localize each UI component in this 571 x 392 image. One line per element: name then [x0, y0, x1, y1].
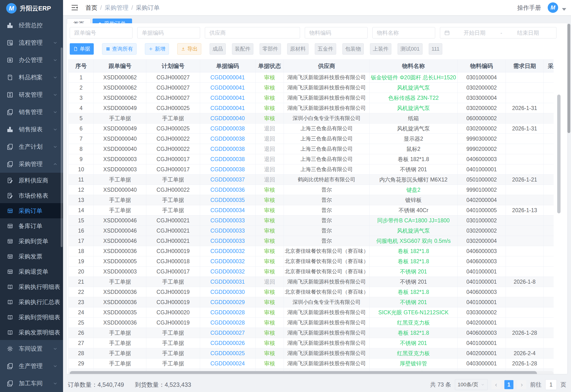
- horizontal-scrollbar-thumb[interactable]: [70, 371, 537, 374]
- cell-doc-no[interactable]: CGDD000035: [200, 195, 255, 205]
- current-page-button[interactable]: 1: [504, 380, 513, 389]
- cell-doc-no[interactable]: CGDD000032: [200, 246, 255, 256]
- sidebar-item-市场价格表[interactable]: 市场价格表: [0, 188, 63, 203]
- sidebar-item-备库订单[interactable]: 备库订单: [0, 218, 63, 234]
- prev-page-button[interactable]: ‹: [492, 380, 501, 389]
- cell-purchase-qty: [544, 175, 554, 185]
- column-header-计划编号: 计划编号: [146, 60, 200, 72]
- cell-doc-no[interactable]: CGDD000028: [200, 308, 255, 318]
- cell-material: 风机旋涡气泵: [370, 103, 458, 113]
- filter-input-跟单编号[interactable]: [70, 27, 133, 39]
- goto-page-input[interactable]: [545, 379, 557, 390]
- cell-doc-no[interactable]: CGDD000029: [200, 297, 255, 308]
- cell-doc-no[interactable]: CGDD000038: [200, 124, 255, 134]
- filter-input-物料名称[interactable]: [372, 27, 435, 39]
- cell-doc-no[interactable]: CGDD000032: [200, 266, 255, 277]
- sidebar-item-采购发票明细表[interactable]: 采购发票明细表: [0, 325, 63, 340]
- cell-plan-no: 手工单据: [146, 277, 200, 287]
- cell-doc-no[interactable]: CGDD000025: [200, 348, 255, 359]
- cell-doc-no[interactable]: CGDD000038: [200, 134, 255, 144]
- sidebar-item-采购到货单[interactable]: 采购到货单: [0, 234, 63, 249]
- cell-doc-no[interactable]: CGDD000040: [200, 113, 255, 124]
- cell-doc-no[interactable]: CGDD000026: [200, 338, 255, 348]
- cell-doc-no[interactable]: CGDD000036: [200, 185, 255, 195]
- page-scrollbar-thumb[interactable]: [567, 24, 570, 133]
- category-button-五金件[interactable]: 五金件: [315, 43, 336, 55]
- 新增-button[interactable]: 新增: [145, 43, 169, 55]
- cell-doc-no[interactable]: CGDD000038: [200, 164, 255, 175]
- cell-doc-no[interactable]: CGDD000027: [200, 328, 255, 338]
- cell-material-code: 0401000001: [458, 164, 506, 175]
- sidebar-item-经营总控[interactable]: 经营总控: [0, 17, 63, 34]
- sidebar-item-流程管理[interactable]: 流程管理: [0, 34, 63, 51]
- sidebar-item-原料供应商[interactable]: 原料供应商: [0, 173, 63, 188]
- cell-doc-no[interactable]: CGDD000028: [200, 318, 255, 328]
- cell-material: 不锈钢 201: [370, 266, 458, 277]
- sidebar-item-生产计划[interactable]: 生产计划: [0, 138, 63, 155]
- 导出-button[interactable]: 导出: [177, 43, 201, 55]
- breadcrumb-purchase-mgmt[interactable]: 采购管理: [105, 4, 128, 12]
- sidebar-item-料品档案[interactable]: 料品档案: [0, 69, 63, 86]
- breadcrumb-home[interactable]: 首页: [85, 4, 97, 12]
- avatar[interactable]: M: [548, 2, 558, 13]
- cell-doc-no[interactable]: CGDD000033: [200, 236, 255, 246]
- cell-doc-no[interactable]: CGDD000031: [200, 277, 255, 287]
- cell-doc-no[interactable]: CGDD000041: [200, 93, 255, 103]
- cell-doc-no[interactable]: CGDD000033: [200, 226, 255, 236]
- cell-doc-no[interactable]: CGDD000037: [200, 175, 255, 185]
- sidebar-item-生产管理[interactable]: 生产管理: [0, 357, 63, 375]
- cell-doc-no[interactable]: CGDD000024: [200, 359, 255, 369]
- sidebar-item-采购到货明细表[interactable]: 采购到货明细表: [0, 309, 63, 325]
- cell-doc-no[interactable]: CGDD000032: [200, 256, 255, 266]
- category-button-测试001[interactable]: 测试001: [398, 43, 422, 55]
- filter-input-单据编码[interactable]: [137, 27, 200, 39]
- sidebar-scrollbar[interactable]: [61, 47, 62, 247]
- filter-input-供应商[interactable]: [205, 27, 300, 39]
- sidebar-item-采购管理[interactable]: 采购管理: [0, 155, 63, 173]
- cell-doc-no[interactable]: CGDD000041: [200, 83, 255, 93]
- sidebar-item-采购执行汇总表[interactable]: 采购执行汇总表: [0, 294, 63, 309]
- cell-doc-no[interactable]: CGDD000034: [200, 205, 255, 215]
- category-button-原材料[interactable]: 原材料: [287, 43, 309, 55]
- 查询所有-button[interactable]: 查询所有: [102, 43, 136, 55]
- category-button-成品[interactable]: 成品: [210, 43, 226, 55]
- sidebar-item-采购退货单[interactable]: 采购退货单: [0, 264, 63, 279]
- category-button-包装物[interactable]: 包装物: [342, 43, 364, 55]
- page-size-select[interactable]: 100条/页: [455, 379, 488, 390]
- avatar-caret-icon[interactable]: [562, 8, 566, 11]
- sidebar-item-采购执行明细表[interactable]: 采购执行明细表: [0, 279, 63, 294]
- cell-supplier: 深圳小白兔专业干洗有限公司: [284, 297, 370, 308]
- cell-doc-no[interactable]: CGDD000041: [200, 72, 255, 83]
- column-header-需求日期: 需求日期: [506, 60, 543, 72]
- sidebar-item-办公管理[interactable]: 办公管理: [0, 51, 63, 69]
- cell-demand-date: 2026-1-28: [506, 359, 543, 369]
- sidebar-item-车间设置[interactable]: 车间设置: [0, 340, 63, 357]
- 单据-button[interactable]: 单据: [70, 43, 94, 55]
- cell-doc-no[interactable]: CGDD000038: [200, 144, 255, 154]
- sidebar-item-采购发票[interactable]: 采购发票: [0, 249, 63, 264]
- category-button-装配件[interactable]: 装配件: [232, 43, 253, 55]
- sidebar-collapse-icon[interactable]: [71, 4, 79, 12]
- sidebar-item-label: 料品档案: [19, 73, 53, 81]
- cell-doc-no[interactable]: CGDD000033: [200, 215, 255, 226]
- cell-demand-date: [506, 93, 543, 103]
- category-button-零部件[interactable]: 零部件: [260, 43, 281, 55]
- cell-supplier: 湖南飞沃新能源科技股份有限公司: [284, 308, 370, 318]
- cell-doc-no[interactable]: CGDD000038: [200, 154, 255, 164]
- sidebar-item-销售管理[interactable]: 销售管理: [0, 103, 63, 121]
- table-row: 4XSDD000049CGJH000025CGDD000041审核湖南飞沃新能源…: [69, 103, 554, 113]
- date-range-picker[interactable]: 开始日期-结束日期: [440, 27, 556, 39]
- cell-doc-no[interactable]: CGDD000030: [200, 287, 255, 297]
- filter-input-物料编码[interactable]: [305, 27, 368, 39]
- category-button-111[interactable]: 111: [429, 43, 442, 55]
- sidebar-item-采购订单[interactable]: 采购订单: [0, 203, 63, 218]
- category-button-上装件[interactable]: 上装件: [370, 43, 391, 55]
- sidebar-item-销售报表[interactable]: 销售报表: [0, 121, 63, 138]
- next-page-button[interactable]: ›: [517, 380, 526, 389]
- manual-link[interactable]: 操作手册: [517, 4, 541, 12]
- sidebar-item-label: 采购订单: [18, 207, 58, 215]
- table-vertical-scrollbar-thumb[interactable]: [557, 95, 560, 213]
- cell-doc-no[interactable]: CGDD000041: [200, 103, 255, 113]
- sidebar-item-加工车间[interactable]: 加工车间: [0, 375, 63, 392]
- sidebar-item-研发管理[interactable]: 研发管理: [0, 86, 63, 103]
